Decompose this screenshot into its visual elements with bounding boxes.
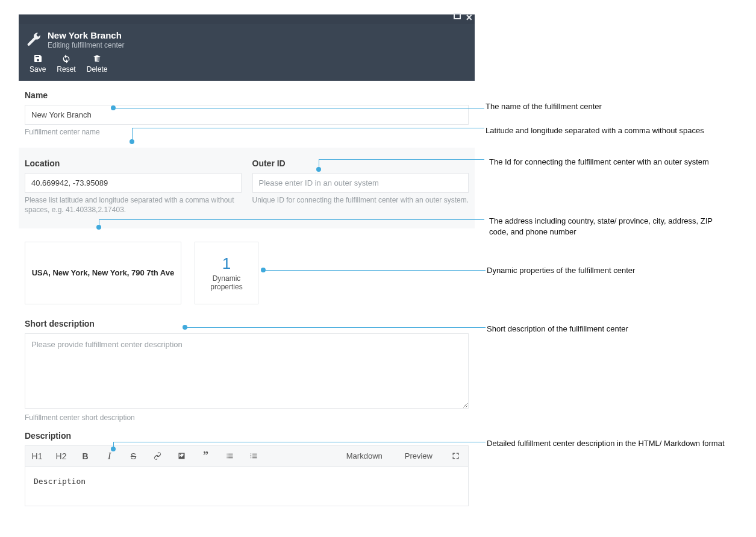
description-label: Description: [25, 431, 469, 441]
location-outer-box: Location Please list latitude and longit…: [19, 148, 475, 228]
delete-button[interactable]: Delete: [87, 53, 108, 74]
anno-desc: Detailed fulfillment center description …: [487, 438, 728, 449]
link-button[interactable]: [146, 445, 170, 467]
anno-name: The name of the fulfillment center: [486, 101, 726, 112]
italic-button[interactable]: I: [98, 445, 122, 467]
location-label: Location: [25, 159, 242, 168]
reset-label: Reset: [57, 65, 75, 74]
maximize-icon[interactable]: [454, 13, 461, 19]
dynamic-properties-card[interactable]: 1 Dynamic properties: [195, 242, 258, 304]
fullscreen-button[interactable]: [444, 445, 468, 467]
header-subtitle: Editing fulfillment center: [48, 41, 124, 49]
outerid-help: Unique ID for connecting the fulfillment…: [252, 195, 469, 205]
header-band: New York Branch Editing fulfillment cent…: [19, 24, 475, 81]
anno-outerid: The Id for connecting the fulfillment ce…: [489, 157, 730, 168]
quote-button[interactable]: ”: [194, 445, 218, 467]
h1-button[interactable]: H1: [25, 445, 49, 467]
cards-row: USA, New York, New York, 790 7th Ave 1 D…: [25, 242, 469, 304]
reset-button[interactable]: Reset: [57, 53, 75, 74]
header-title: New York Branch: [48, 30, 124, 40]
wrench-icon: [26, 31, 42, 49]
anno-address: The address including country, state/ pr…: [489, 216, 730, 237]
dynamic-count: 1: [222, 254, 231, 273]
image-button[interactable]: [170, 445, 194, 467]
location-help: Please list latitude and longitude separ…: [25, 195, 242, 215]
location-input[interactable]: [25, 173, 242, 193]
ordered-list-button[interactable]: [242, 445, 266, 467]
window-top-bar: ×: [19, 14, 475, 24]
shortdesc-textarea[interactable]: [25, 333, 469, 409]
editor-toolbar: H1 H2 B I S ” Markdown Preview: [25, 445, 469, 467]
toolbar: Save Reset Delete: [23, 49, 475, 77]
outerid-label: Outer ID: [252, 159, 469, 168]
save-button[interactable]: Save: [30, 53, 46, 74]
save-label: Save: [30, 65, 46, 74]
delete-label: Delete: [87, 65, 108, 74]
strike-button[interactable]: S: [122, 445, 146, 467]
unordered-list-button[interactable]: [218, 445, 242, 467]
anno-location: Latitude and longitude separated with a …: [486, 125, 726, 136]
name-label: Name: [25, 90, 469, 100]
anno-shortdesc: Short description of the fullfillment ce…: [487, 324, 728, 334]
markdown-tab[interactable]: Markdown: [336, 445, 394, 467]
description-body[interactable]: Description: [25, 467, 468, 506]
bold-button[interactable]: B: [73, 445, 98, 467]
anno-dynamic: Dynamic properties of the fulfillment ce…: [487, 265, 728, 276]
dynamic-caption: Dynamic properties: [201, 274, 252, 292]
editor-panel: × New York Branch Editing fulfillment ce…: [19, 14, 475, 506]
preview-tab[interactable]: Preview: [394, 445, 444, 467]
name-help: Fulfillment center name: [25, 127, 469, 137]
address-text: USA, New York, New York, 790 7th Ave: [32, 268, 175, 277]
shortdesc-help: Fulfillment center short description: [25, 413, 469, 422]
h2-button[interactable]: H2: [49, 445, 73, 467]
close-icon[interactable]: ×: [466, 13, 472, 22]
outerid-input[interactable]: [252, 173, 469, 193]
address-card[interactable]: USA, New York, New York, 790 7th Ave: [25, 242, 181, 304]
